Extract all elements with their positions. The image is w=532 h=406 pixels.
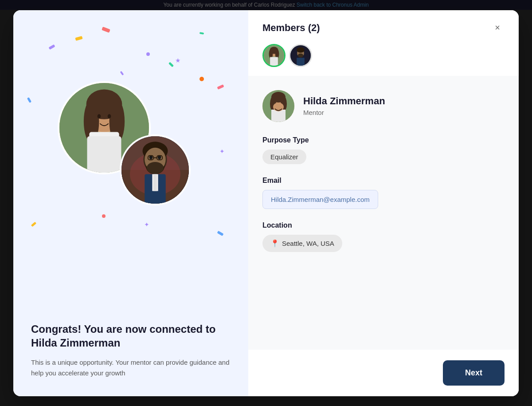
location-text: Seattle, WA, USA bbox=[282, 240, 334, 247]
confetti-7 bbox=[146, 52, 150, 56]
svg-rect-38 bbox=[297, 58, 305, 66]
svg-point-7 bbox=[98, 114, 101, 118]
left-text-block: Congrats! You are now connected to Hilda… bbox=[31, 322, 231, 378]
location-value: 📍 Seattle, WA, USA bbox=[262, 235, 342, 252]
member-avatars-row bbox=[248, 44, 519, 76]
member-avatar-2 bbox=[289, 44, 312, 67]
confetti-1 bbox=[102, 27, 110, 33]
email-value: Hilda.Zimmerman@example.com bbox=[262, 190, 378, 209]
member-avatar-1 bbox=[262, 44, 286, 67]
svg-rect-33 bbox=[270, 57, 278, 65]
confetti-9 bbox=[200, 32, 204, 35]
right-panel: Members (2) × bbox=[248, 10, 519, 396]
left-panel: ★ ✦ ✦ bbox=[13, 10, 248, 396]
purpose-type-label: Purpose Type bbox=[262, 136, 505, 144]
location-section: Location 📍 Seattle, WA, USA bbox=[262, 221, 505, 252]
purpose-type-section: Purpose Type Equalizer bbox=[262, 136, 505, 164]
mentor-info-block: Hilda Zimmerman Mentor bbox=[262, 90, 505, 122]
email-section: Email Hilda.Zimmerman@example.com bbox=[262, 177, 505, 209]
svg-point-36 bbox=[297, 47, 305, 52]
avatars-group bbox=[49, 81, 191, 205]
star-3: ✦ bbox=[219, 148, 225, 155]
confetti-3 bbox=[168, 62, 174, 67]
next-button[interactable]: Next bbox=[443, 360, 505, 386]
mentor-avatar-small bbox=[262, 90, 294, 122]
right-content-area: Hilda Zimmerman Mentor Purpose Type Equa… bbox=[248, 76, 519, 350]
modal-overlay: ★ ✦ ✦ bbox=[0, 0, 532, 406]
svg-rect-27 bbox=[153, 174, 157, 191]
confetti-2 bbox=[48, 44, 55, 49]
svg-rect-10 bbox=[87, 136, 121, 173]
confetti-6 bbox=[27, 97, 31, 103]
confetti-10 bbox=[31, 221, 36, 227]
svg-point-45 bbox=[273, 102, 284, 111]
mentor-name: Hilda Zimmerman bbox=[303, 95, 385, 107]
star-2: ✦ bbox=[144, 221, 149, 228]
modal-title: Members (2) bbox=[262, 22, 320, 34]
confetti-8 bbox=[217, 84, 224, 90]
modal-header: Members (2) × bbox=[248, 10, 519, 44]
confetti-12 bbox=[102, 214, 106, 218]
modal-container: ★ ✦ ✦ bbox=[13, 10, 519, 396]
confetti-13 bbox=[120, 71, 124, 75]
location-label: Location bbox=[262, 221, 505, 229]
confetti-5 bbox=[200, 77, 204, 81]
svg-point-32 bbox=[270, 47, 278, 54]
confetti-4 bbox=[75, 36, 82, 41]
svg-point-8 bbox=[108, 114, 111, 118]
mentee-avatar-large bbox=[120, 134, 191, 205]
svg-rect-44 bbox=[271, 110, 286, 122]
svg-point-37 bbox=[298, 53, 303, 57]
email-label: Email bbox=[262, 177, 505, 185]
close-button[interactable]: × bbox=[490, 21, 505, 35]
congrats-description: This is a unique opportunity. Your mento… bbox=[31, 357, 231, 378]
confetti-11 bbox=[217, 230, 223, 236]
congrats-title: Congrats! You are now connected to Hilda… bbox=[31, 322, 231, 350]
star-1: ★ bbox=[175, 57, 181, 64]
location-pin-icon: 📍 bbox=[270, 239, 279, 248]
svg-point-43 bbox=[271, 92, 286, 102]
mentor-role: Mentor bbox=[303, 109, 385, 116]
svg-point-21 bbox=[147, 162, 164, 173]
mentor-text-info: Hilda Zimmerman Mentor bbox=[303, 95, 385, 116]
modal-footer: Next bbox=[248, 350, 519, 396]
purpose-type-value: Equalizer bbox=[262, 150, 306, 164]
